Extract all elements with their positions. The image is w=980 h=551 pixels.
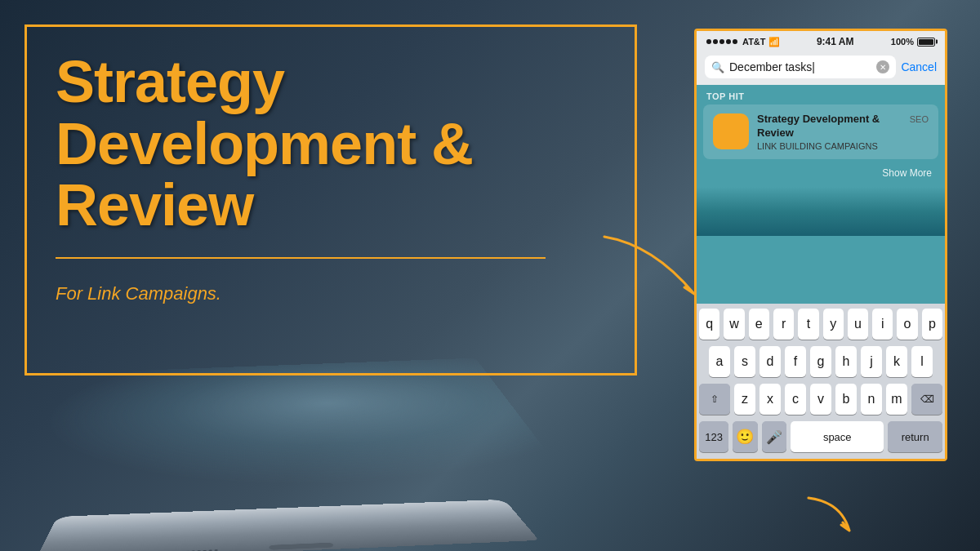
search-text-value: December tasks bbox=[729, 60, 812, 73]
key-o[interactable]: o bbox=[897, 309, 917, 340]
battery-icon bbox=[917, 38, 935, 47]
main-title: Strategy Development & Review bbox=[56, 51, 606, 237]
key-f[interactable]: f bbox=[785, 346, 806, 377]
key-delete[interactable]: ⌫ bbox=[911, 384, 942, 415]
status-left: AT&T 📶 bbox=[706, 37, 780, 47]
key-d[interactable]: d bbox=[760, 346, 781, 377]
key-h[interactable]: h bbox=[835, 346, 857, 377]
search-result-item[interactable]: Strategy Development & Review LINK BUILD… bbox=[703, 104, 938, 159]
status-right: 100% bbox=[891, 37, 935, 47]
key-numbers[interactable]: 123 bbox=[699, 421, 728, 452]
arrow-pointer bbox=[588, 229, 710, 327]
key-a[interactable]: a bbox=[709, 346, 730, 377]
result-subtitle: LINK BUILDING CAMPAIGNS bbox=[757, 141, 902, 151]
keyboard-row-1: q w e r t y u i o p bbox=[699, 309, 942, 340]
title-line1: Strategy bbox=[56, 49, 284, 114]
key-m[interactable]: m bbox=[886, 384, 907, 415]
key-s[interactable]: s bbox=[734, 346, 755, 377]
key-mic[interactable]: 🎤 bbox=[762, 421, 786, 452]
battery-percent: 100% bbox=[891, 37, 914, 47]
result-title: Strategy Development & Review bbox=[757, 113, 902, 140]
key-w[interactable]: w bbox=[724, 309, 744, 340]
title-line3: Review bbox=[56, 172, 253, 238]
key-v[interactable]: v bbox=[810, 384, 831, 415]
show-more-button[interactable]: Show More bbox=[697, 159, 945, 187]
key-g[interactable]: g bbox=[810, 346, 831, 377]
key-q[interactable]: q bbox=[699, 309, 719, 340]
key-p[interactable]: p bbox=[922, 309, 942, 340]
search-cancel-button[interactable]: Cancel bbox=[901, 60, 937, 73]
result-app-icon bbox=[713, 113, 749, 149]
search-cursor: | bbox=[812, 60, 815, 73]
search-bar[interactable]: 🔍 December tasks| ✕ Cancel bbox=[697, 51, 945, 85]
key-emoji[interactable]: 🙂 bbox=[733, 421, 757, 452]
results-gradient-fade bbox=[697, 187, 945, 236]
status-bar: AT&T 📶 9:41 AM 100% bbox=[697, 31, 945, 51]
search-results-area: TOP HIT Strategy Development & Review LI… bbox=[697, 85, 945, 304]
key-n[interactable]: n bbox=[861, 384, 882, 415]
key-c[interactable]: c bbox=[785, 384, 806, 415]
status-time: 9:41 AM bbox=[817, 36, 854, 47]
text-overlay-box: Strategy Development & Review For Link C… bbox=[24, 24, 637, 375]
key-b[interactable]: b bbox=[835, 384, 857, 415]
result-text-block: Strategy Development & Review LINK BUILD… bbox=[757, 113, 902, 151]
key-shift[interactable]: ⇧ bbox=[699, 384, 730, 415]
result-tag: SEO bbox=[910, 113, 929, 124]
key-j[interactable]: j bbox=[861, 346, 882, 377]
search-clear-button[interactable]: ✕ bbox=[876, 60, 889, 73]
keyboard-row-3: ⇧ z x c v b n m ⌫ bbox=[699, 384, 942, 415]
iphone-ui-mockup: AT&T 📶 9:41 AM 100% 🔍 December tasks| ✕ … bbox=[694, 29, 947, 461]
key-y[interactable]: y bbox=[823, 309, 844, 340]
battery-fill bbox=[919, 39, 933, 45]
keyboard-row-2: a s d f g h j k l bbox=[699, 346, 942, 377]
key-t[interactable]: t bbox=[798, 309, 818, 340]
search-query[interactable]: December tasks| bbox=[729, 60, 871, 73]
title-line2: Development & bbox=[56, 111, 473, 176]
key-l[interactable]: l bbox=[911, 346, 933, 377]
key-z[interactable]: z bbox=[734, 384, 755, 415]
key-return[interactable]: return bbox=[888, 421, 942, 452]
carrier-name: AT&T bbox=[742, 37, 766, 47]
tagline: For Link Campaigns. bbox=[56, 283, 606, 304]
keyboard: q w e r t y u i o p a s d f g h j k l ⇧ … bbox=[697, 304, 945, 459]
key-space[interactable]: space bbox=[791, 421, 884, 452]
keyboard-row-4: 123 🙂 🎤 space return bbox=[699, 421, 942, 452]
key-r[interactable]: r bbox=[773, 309, 794, 340]
bottom-arrow bbox=[792, 494, 858, 535]
key-k[interactable]: k bbox=[886, 346, 907, 377]
key-e[interactable]: e bbox=[749, 309, 769, 340]
title-underline bbox=[56, 257, 546, 259]
search-icon: 🔍 bbox=[711, 61, 724, 73]
key-x[interactable]: x bbox=[760, 384, 781, 415]
key-i[interactable]: i bbox=[872, 309, 893, 340]
top-hit-label: TOP HIT bbox=[697, 85, 945, 104]
signal-strength bbox=[706, 39, 737, 44]
key-u[interactable]: u bbox=[848, 309, 868, 340]
wifi-icon: 📶 bbox=[768, 37, 780, 47]
phone-home-button bbox=[269, 543, 334, 550]
search-input-box[interactable]: 🔍 December tasks| ✕ bbox=[705, 56, 896, 78]
